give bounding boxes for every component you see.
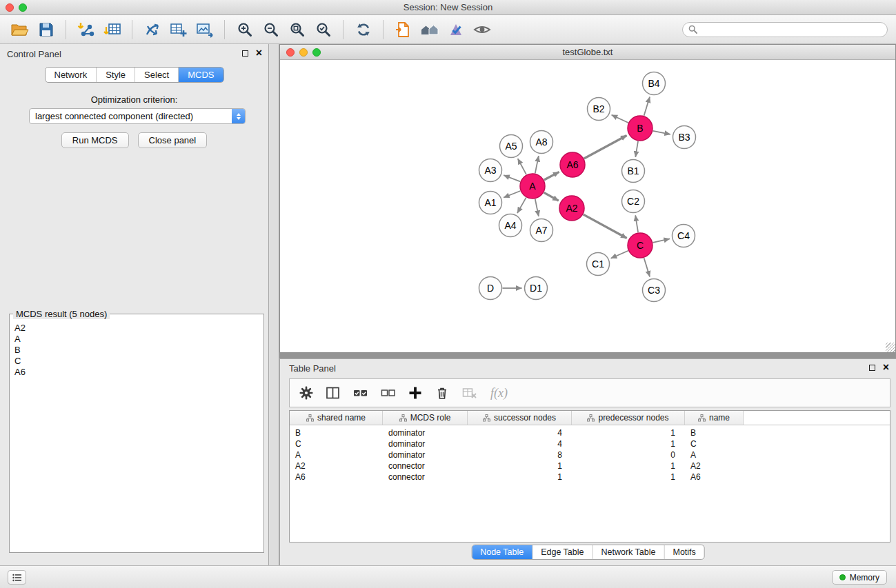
- tab-edge-table[interactable]: Edge Table: [532, 545, 593, 559]
- report-button[interactable]: [392, 18, 415, 41]
- memory-button[interactable]: Memory: [832, 570, 887, 585]
- run-mcds-button[interactable]: Run MCDS: [61, 132, 129, 148]
- table-row[interactable]: A2connector11A2: [290, 460, 890, 472]
- network-graph-svg[interactable]: B4B2BB3A5A8A6A3B1AC2A1A2A4A7C4CC1DD1C3: [280, 61, 895, 352]
- select-all-icon[interactable]: [353, 387, 368, 399]
- export-image-button[interactable]: [193, 18, 216, 41]
- column-header-shared-name[interactable]: shared name: [290, 411, 383, 425]
- graph-edge[interactable]: [635, 215, 638, 232]
- graph-edge[interactable]: [612, 115, 628, 123]
- tab-select[interactable]: Select: [135, 68, 179, 82]
- table-cell: 1: [468, 472, 572, 482]
- table-row[interactable]: Cdominator41C: [290, 438, 890, 449]
- close-table-panel-icon[interactable]: ×: [883, 363, 889, 372]
- folder-icon: [11, 22, 29, 37]
- tab-style[interactable]: Style: [97, 68, 135, 82]
- column-header-successor-nodes[interactable]: successor nodes: [468, 411, 572, 425]
- import-table-button[interactable]: [101, 18, 123, 41]
- import-network-button[interactable]: [74, 18, 97, 41]
- table-row[interactable]: Adominator80A: [290, 449, 890, 460]
- zoom-fit-button[interactable]: [286, 18, 308, 41]
- graph-edge[interactable]: [518, 159, 526, 174]
- mcds-result-list[interactable]: A2ABCA6: [10, 314, 263, 378]
- window-titlebar[interactable]: Session: New Session: [0, 0, 896, 15]
- network-canvas[interactable]: B4B2BB3A5A8A6A3B1AC2A1A2A4A7C4CC1DD1C3: [280, 61, 895, 352]
- deselect-all-icon[interactable]: [381, 387, 395, 399]
- mcds-result-item[interactable]: A2: [14, 323, 259, 334]
- graph-node-label: A4: [504, 220, 516, 231]
- delete-column-icon[interactable]: [435, 386, 449, 400]
- save-session-button[interactable]: [34, 18, 57, 41]
- search-input[interactable]: [701, 25, 882, 34]
- close-panel-icon[interactable]: ×: [256, 49, 262, 57]
- close-panel-button[interactable]: Close panel: [138, 132, 208, 148]
- curved-arrows-icon: [144, 21, 161, 38]
- graph-edge[interactable]: [517, 198, 526, 214]
- refresh-button[interactable]: [352, 18, 375, 41]
- network-window-titlebar[interactable]: testGlobe.txt: [280, 45, 895, 60]
- zoom-window-button[interactable]: [19, 3, 27, 12]
- control-panel-tabs: Network Style Select MCDS: [44, 67, 223, 83]
- graph-edge[interactable]: [644, 258, 650, 276]
- mcds-result-item[interactable]: A: [14, 334, 259, 345]
- resize-grip[interactable]: [886, 343, 895, 352]
- mcds-result-item[interactable]: B: [14, 345, 259, 356]
- table-cell: A2: [290, 461, 383, 471]
- mcds-result-item[interactable]: C: [14, 356, 259, 367]
- column-label: name: [709, 413, 730, 423]
- gear-icon[interactable]: [299, 386, 313, 400]
- import-table-icon: [103, 21, 121, 38]
- table-panel: Table Panel ×: [279, 358, 896, 565]
- column-header-mcds-role[interactable]: MCDS role: [383, 411, 468, 425]
- float-panel-icon[interactable]: [242, 50, 248, 57]
- float-table-panel-icon[interactable]: [869, 365, 875, 371]
- table-plus-icon: [170, 21, 187, 38]
- home-button[interactable]: [418, 18, 441, 41]
- zoom-network-window-button[interactable]: [312, 48, 321, 57]
- graph-edge[interactable]: [584, 214, 627, 238]
- tab-motifs[interactable]: Motifs: [664, 545, 704, 559]
- graph-edge[interactable]: [653, 239, 670, 243]
- tab-network-table[interactable]: Network Table: [593, 545, 665, 559]
- tab-network[interactable]: Network: [45, 68, 97, 82]
- close-network-window-button[interactable]: [286, 48, 295, 57]
- graph-edge[interactable]: [544, 192, 559, 201]
- graphics-details-button[interactable]: [470, 18, 493, 41]
- search-box[interactable]: [682, 22, 888, 37]
- column-chooser-icon[interactable]: [326, 387, 340, 399]
- panel-splitter[interactable]: [269, 44, 279, 565]
- zoom-in-button[interactable]: [233, 18, 256, 41]
- graph-edge[interactable]: [544, 172, 559, 180]
- graph-edge[interactable]: [504, 175, 520, 181]
- graph-node-label: A: [529, 181, 536, 192]
- tab-mcds[interactable]: MCDS: [179, 68, 223, 82]
- graph-edge[interactable]: [504, 191, 520, 198]
- graph-edge[interactable]: [611, 251, 628, 258]
- graph-edge[interactable]: [644, 97, 650, 116]
- table-row[interactable]: Bdominator41B: [290, 427, 890, 438]
- graph-edge[interactable]: [635, 141, 638, 157]
- tab-node-table[interactable]: Node Table: [472, 545, 532, 559]
- column-header-name[interactable]: name: [685, 411, 744, 425]
- show-panels-button[interactable]: [8, 570, 26, 585]
- add-column-icon[interactable]: [408, 386, 422, 400]
- graph-edge[interactable]: [535, 156, 539, 173]
- close-window-button[interactable]: [6, 3, 14, 12]
- zoom-out-button[interactable]: [259, 18, 282, 41]
- minimize-network-window-button[interactable]: [299, 48, 308, 57]
- graph-node-label: A1: [484, 197, 496, 208]
- network-arrows-button[interactable]: [141, 18, 163, 41]
- column-header-predecessor-nodes[interactable]: predecessor nodes: [572, 411, 685, 425]
- table-cell: 4: [468, 428, 572, 438]
- mcds-result-item[interactable]: A6: [14, 367, 259, 378]
- validate-button[interactable]: [444, 18, 467, 41]
- open-session-button[interactable]: [8, 18, 31, 41]
- graph-edge[interactable]: [584, 136, 627, 159]
- table-cell: connector: [383, 472, 468, 482]
- new-table-button[interactable]: [167, 18, 190, 41]
- table-row[interactable]: A6connector11A6: [290, 472, 890, 483]
- graph-edge[interactable]: [535, 199, 539, 216]
- graph-edge[interactable]: [653, 131, 670, 134]
- criterion-dropdown[interactable]: largest connected component (directed): [29, 108, 246, 124]
- zoom-selected-button[interactable]: [312, 18, 335, 41]
